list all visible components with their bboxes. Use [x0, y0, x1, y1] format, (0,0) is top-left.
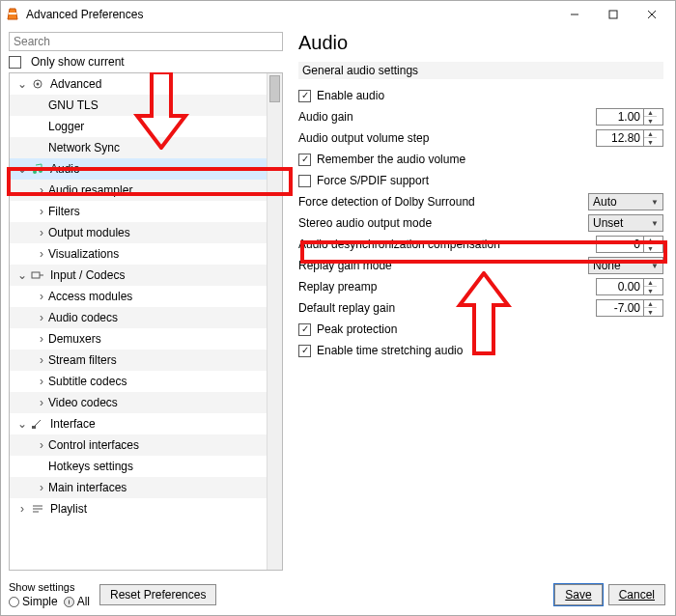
chevron-right-icon: ›: [35, 205, 48, 218]
tree-item-audio-codecs[interactable]: ›Audio codecs: [10, 307, 267, 328]
chevron-down-icon: ⌄: [15, 417, 29, 431]
tree-item-subtitle-codecs[interactable]: ›Subtitle codecs: [10, 371, 267, 392]
show-settings-label: Show settings: [9, 581, 90, 593]
checkbox-icon[interactable]: [298, 345, 311, 357]
replay-gain-mode-label: Replay gain mode: [298, 259, 588, 272]
tree-item-audio-resampler[interactable]: ›Audio resampler: [10, 180, 267, 201]
playlist-icon: [29, 502, 46, 516]
peak-protection-row[interactable]: Peak protection: [298, 319, 663, 340]
checkbox-icon[interactable]: [298, 175, 311, 187]
chevron-right-icon: ›: [35, 290, 48, 303]
volume-step-label: Audio output volume step: [298, 131, 596, 145]
chevron-down-icon: ▼: [651, 198, 659, 207]
chevron-down-icon: ⌄: [15, 268, 29, 282]
tree-item-interface[interactable]: ⌄Interface: [10, 413, 267, 434]
audio-gain-label: Audio gain: [298, 110, 596, 124]
music-icon: [29, 162, 46, 176]
tree-item-hotkeys-settings[interactable]: Hotkeys settings: [10, 456, 267, 477]
svg-point-8: [33, 170, 37, 174]
default-replay-gain-input[interactable]: ▲▼: [596, 299, 663, 317]
tree-scrollbar[interactable]: [267, 73, 282, 570]
input-icon: [29, 268, 46, 282]
stereo-label: Stereo audio output mode: [298, 216, 588, 230]
tree-item-filters[interactable]: ›Filters: [10, 201, 267, 222]
brush-icon: [29, 417, 46, 431]
dolby-select[interactable]: Auto▼: [588, 193, 663, 210]
time-stretch-row[interactable]: Enable time stretching audio: [298, 340, 663, 361]
force-spdif-row[interactable]: Force S/PDIF support: [298, 170, 663, 191]
chevron-right-icon: ›: [35, 332, 48, 346]
desync-input[interactable]: ▲▼: [596, 236, 663, 253]
cancel-button[interactable]: Cancel: [608, 584, 665, 605]
preferences-tree[interactable]: ⌄Advanced GNU TLS Logger Network Sync ⌄A…: [10, 73, 267, 570]
svg-rect-1: [9, 13, 16, 14]
settings-panel: Audio General audio settings Enable audi…: [291, 28, 675, 574]
tree-item-control-interfaces[interactable]: ›Control interfaces: [10, 434, 267, 456]
only-show-current-label: Only show current: [31, 55, 125, 69]
chevron-down-icon: ▼: [651, 262, 659, 270]
scrollbar-thumb[interactable]: [269, 75, 280, 102]
tree-item-stream-filters[interactable]: ›Stream filters: [10, 350, 267, 371]
default-replay-gain-label: Default replay gain: [298, 301, 596, 315]
reset-preferences-button[interactable]: Reset Preferences: [99, 584, 216, 605]
tree-item-network-sync[interactable]: Network Sync: [10, 137, 267, 158]
replay-preamp-input[interactable]: ▲▼: [596, 278, 663, 295]
chevron-down-icon: ▼: [651, 219, 659, 228]
tree-item-main-interfaces[interactable]: ›Main interfaces: [10, 477, 267, 498]
tree-item-audio[interactable]: ⌄Audio: [10, 158, 267, 180]
svg-point-7: [37, 83, 40, 86]
tree-item-playlist[interactable]: ›Playlist: [10, 498, 267, 519]
chevron-down-icon: ⌄: [15, 77, 29, 91]
enable-audio-row[interactable]: Enable audio: [298, 85, 663, 106]
remember-volume-row[interactable]: Remember the audio volume: [298, 149, 663, 170]
radio-all[interactable]: All: [64, 595, 90, 608]
audio-gain-input[interactable]: ▲▼: [596, 108, 663, 126]
save-button[interactable]: Save: [554, 584, 602, 605]
tree-item-visualizations[interactable]: ›Visualizations: [10, 243, 267, 265]
svg-rect-10: [32, 272, 40, 278]
dolby-label: Force detection of Dolby Surround: [298, 195, 588, 209]
svg-rect-3: [609, 11, 617, 18]
desync-label: Audio desynchronization compensation: [298, 238, 596, 251]
svg-point-9: [39, 169, 42, 173]
tree-item-gnutls[interactable]: GNU TLS: [10, 95, 267, 116]
radio-simple[interactable]: Simple: [9, 595, 58, 608]
spin-down-icon[interactable]: ▼: [644, 117, 657, 125]
checkbox-icon[interactable]: [298, 323, 311, 336]
spin-up-icon[interactable]: ▲: [644, 109, 657, 117]
minimize-button[interactable]: [555, 1, 594, 28]
chevron-right-icon: ›: [35, 375, 48, 388]
tree-item-video-codecs[interactable]: ›Video codecs: [10, 392, 267, 413]
page-title: Audio: [298, 32, 663, 54]
tree-item-output-modules[interactable]: ›Output modules: [10, 222, 267, 243]
tree-item-advanced[interactable]: ⌄Advanced: [10, 73, 267, 95]
maximize-button[interactable]: [594, 1, 633, 28]
only-show-current[interactable]: Only show current: [9, 55, 283, 69]
close-button[interactable]: [633, 1, 671, 28]
chevron-right-icon: ›: [35, 396, 48, 409]
vlc-icon: [5, 7, 20, 22]
checkbox-icon[interactable]: [298, 154, 311, 166]
tree-item-logger[interactable]: Logger: [10, 116, 267, 137]
svg-rect-11: [32, 426, 36, 429]
chevron-right-icon: ›: [35, 311, 48, 324]
checkbox-icon[interactable]: [298, 90, 311, 102]
checkbox-icon[interactable]: [9, 56, 21, 69]
tree-item-demuxers[interactable]: ›Demuxers: [10, 328, 267, 350]
chevron-down-icon: ⌄: [15, 162, 29, 176]
search-input[interactable]: [9, 32, 283, 51]
stereo-select[interactable]: Unset▼: [588, 214, 663, 232]
replay-gain-mode-select[interactable]: None▼: [588, 257, 663, 274]
chevron-right-icon: ›: [35, 183, 48, 197]
chevron-right-icon: ›: [35, 226, 48, 239]
window-title: Advanced Preferences: [26, 8, 555, 21]
volume-step-input[interactable]: ▲▼: [596, 129, 663, 147]
titlebar: Advanced Preferences: [1, 1, 675, 28]
tree-item-access-modules[interactable]: ›Access modules: [10, 286, 267, 307]
chevron-right-icon: ›: [35, 438, 48, 452]
tree-panel: ⌄Advanced GNU TLS Logger Network Sync ⌄A…: [9, 72, 283, 571]
chevron-right-icon: ›: [15, 502, 29, 516]
left-panel: Only show current ⌄Advanced GNU TLS Logg…: [1, 28, 291, 574]
tree-item-input-codecs[interactable]: ⌄Input / Codecs: [10, 265, 267, 286]
gear-icon: [29, 77, 46, 91]
